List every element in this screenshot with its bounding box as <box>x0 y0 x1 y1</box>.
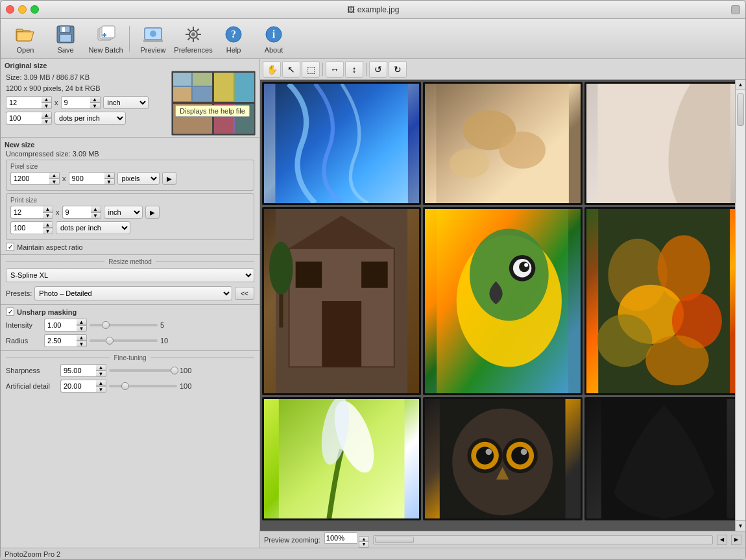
original-dpi-unit-select[interactable]: dots per inch <box>54 112 126 125</box>
maintain-aspect-checkbox[interactable]: ✓ <box>6 243 14 251</box>
pixel-height-up[interactable]: ▲ <box>104 172 115 178</box>
original-dpi-input[interactable]: ▲ ▼ <box>6 112 52 125</box>
vertical-scrollbar[interactable]: ▲ ▼ <box>735 80 745 531</box>
pixel-unit-select[interactable]: pixels <box>117 172 160 185</box>
radius-stepper[interactable]: ▲ ▼ <box>77 334 87 347</box>
intensity-down[interactable]: ▼ <box>77 325 87 332</box>
artificial-slider[interactable] <box>109 382 177 391</box>
pixel-width-stepper[interactable]: ▲ ▼ <box>49 172 60 185</box>
about-button[interactable]: i About <box>254 21 293 56</box>
scroll-thumb[interactable] <box>737 93 744 126</box>
fit-h-button[interactable]: ↔ <box>326 61 344 78</box>
sharpness-up[interactable]: ▲ <box>96 364 106 371</box>
print-width-field[interactable] <box>10 206 43 219</box>
original-height-up[interactable]: ▲ <box>90 96 101 103</box>
sharpness-input[interactable]: ▲ ▼ <box>60 364 106 377</box>
sharpness-thumb[interactable] <box>171 367 178 374</box>
print-height-stepper[interactable]: ▲ ▼ <box>91 206 101 219</box>
pixel-height-down[interactable]: ▼ <box>104 178 115 185</box>
original-width-stepper[interactable]: ▲ ▼ <box>42 96 52 109</box>
artificial-stepper[interactable]: ▲ ▼ <box>96 380 106 393</box>
presets-button[interactable]: << <box>235 287 254 300</box>
original-width-field[interactable] <box>6 96 42 109</box>
print-width-down[interactable]: ▼ <box>43 212 53 219</box>
original-width-down[interactable]: ▼ <box>42 103 52 109</box>
sharpness-field[interactable] <box>60 364 96 377</box>
intensity-field[interactable] <box>44 319 77 332</box>
original-width-up[interactable]: ▲ <box>42 96 52 103</box>
original-height-stepper[interactable]: ▲ ▼ <box>90 96 101 109</box>
window-zoom[interactable] <box>731 5 740 14</box>
horizontal-scrollbar[interactable] <box>373 535 713 544</box>
help-button[interactable]: ? Help <box>214 21 253 56</box>
original-dpi-field[interactable] <box>6 112 42 125</box>
fit-v-button[interactable]: ↕ <box>345 61 363 78</box>
original-dpi-stepper[interactable]: ▲ ▼ <box>42 112 52 125</box>
original-unit-select[interactable]: inch <box>103 96 149 109</box>
pixel-height-field[interactable] <box>69 172 104 185</box>
artificial-field[interactable] <box>60 380 96 393</box>
sharpness-stepper[interactable]: ▲ ▼ <box>96 364 106 377</box>
sharpness-down[interactable]: ▼ <box>96 371 106 377</box>
zoom-stepper[interactable]: ▲ ▼ <box>359 536 369 548</box>
zoom-up[interactable]: ▲ <box>359 536 369 542</box>
print-dpi-field[interactable] <box>10 221 43 234</box>
sharpness-slider[interactable] <box>109 366 177 375</box>
print-height-up[interactable]: ▲ <box>91 206 101 212</box>
artificial-thumb[interactable] <box>121 382 129 390</box>
print-height-input[interactable]: ▲ ▼ <box>62 206 101 219</box>
print-unit-select[interactable]: inch <box>104 206 143 219</box>
print-width-input[interactable]: ▲ ▼ <box>10 206 53 219</box>
unsharp-checkbox[interactable]: ✓ <box>6 308 14 316</box>
original-width-input[interactable]: ▲ ▼ <box>6 96 52 109</box>
print-dpi-down[interactable]: ▼ <box>43 228 53 234</box>
original-height-field[interactable] <box>61 96 90 109</box>
minimize-button[interactable] <box>18 5 27 14</box>
artificial-up[interactable]: ▲ <box>96 380 106 386</box>
print-dpi-up[interactable]: ▲ <box>43 221 53 228</box>
pixel-height-stepper[interactable]: ▲ ▼ <box>104 172 115 185</box>
preview-button[interactable]: Preview <box>134 21 173 56</box>
intensity-up[interactable]: ▲ <box>77 319 87 325</box>
maximize-button[interactable] <box>30 5 39 14</box>
zoom-input[interactable] <box>324 532 357 544</box>
scroll-up-button[interactable]: ▲ <box>736 80 745 90</box>
intensity-stepper[interactable]: ▲ ▼ <box>77 319 87 332</box>
window-zoom-button[interactable] <box>731 5 740 14</box>
print-expand-btn[interactable]: ▶ <box>145 206 160 219</box>
h-scroll-thumb[interactable] <box>375 537 414 543</box>
scroll-down-button[interactable]: ▼ <box>736 520 745 531</box>
radius-up[interactable]: ▲ <box>77 334 87 341</box>
artificial-down[interactable]: ▼ <box>96 386 106 393</box>
intensity-thumb[interactable] <box>102 321 110 329</box>
close-button[interactable] <box>6 5 14 14</box>
print-width-up[interactable]: ▲ <box>43 206 53 212</box>
hand-tool-button[interactable]: ✋ <box>263 61 281 78</box>
artificial-input[interactable]: ▲ ▼ <box>60 380 106 393</box>
zoom-down[interactable]: ▼ <box>359 542 369 548</box>
new-batch-button[interactable]: New Batch <box>86 21 125 56</box>
presets-select[interactable]: Photo – Detailed <box>34 286 232 300</box>
print-height-field[interactable] <box>62 206 91 219</box>
scroll-left-button[interactable]: ◀ <box>717 535 727 545</box>
pixel-width-input[interactable]: ▲ ▼ <box>10 172 60 185</box>
intensity-input[interactable]: ▲ ▼ <box>44 319 87 332</box>
print-dpi-unit-select[interactable]: dots per inch <box>56 221 130 234</box>
pixel-width-up[interactable]: ▲ <box>49 172 60 178</box>
print-height-down[interactable]: ▼ <box>91 212 101 219</box>
radius-field[interactable] <box>44 334 77 347</box>
radius-down[interactable]: ▼ <box>77 341 87 347</box>
print-dpi-stepper[interactable]: ▲ ▼ <box>43 221 53 234</box>
print-dpi-input[interactable]: ▲ ▼ <box>10 221 53 234</box>
intensity-slider[interactable] <box>90 321 158 330</box>
pixel-width-down[interactable]: ▼ <box>49 178 60 185</box>
rotate-ccw-button[interactable]: ↺ <box>369 61 387 78</box>
radius-thumb[interactable] <box>106 337 114 345</box>
zoom-input-wrapper[interactable]: ▲ ▼ <box>324 532 369 548</box>
pixel-expand-btn[interactable]: ▶ <box>162 172 176 185</box>
original-height-down[interactable]: ▼ <box>90 103 101 109</box>
radius-slider[interactable] <box>90 336 158 345</box>
resize-method-select[interactable]: S-Spline XL <box>6 268 254 282</box>
preferences-button[interactable]: Preferences <box>174 21 213 56</box>
save-button[interactable]: Save <box>46 21 85 56</box>
